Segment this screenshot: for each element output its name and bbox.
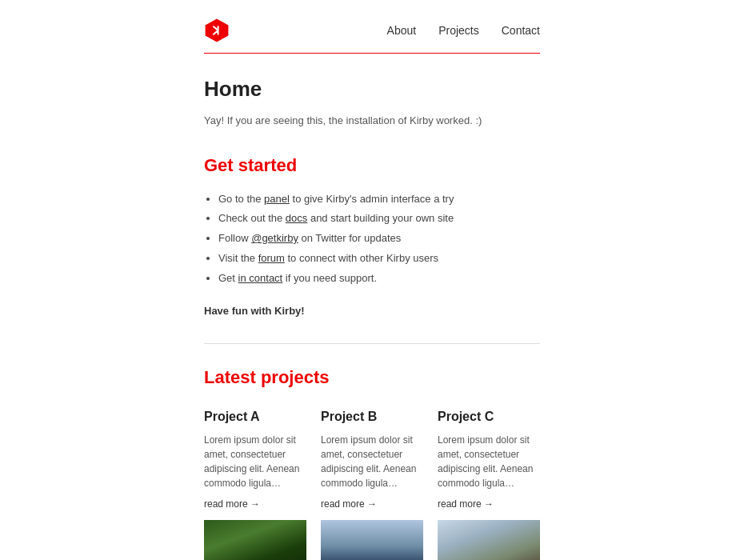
- section-divider: [204, 343, 540, 344]
- contact-link[interactable]: in contact: [238, 272, 283, 284]
- nav-contact[interactable]: Contact: [502, 22, 540, 39]
- nav-projects[interactable]: Projects: [438, 22, 479, 39]
- page-title: Home: [204, 73, 540, 106]
- project-card-c: Project C Lorem ipsum dolor sit amet, co…: [438, 406, 540, 560]
- docs-link[interactable]: docs: [286, 212, 307, 224]
- logo[interactable]: [204, 18, 230, 43]
- get-started-list: Go to the panel to give Kirby's admin in…: [204, 191, 540, 287]
- projects-grid: Project A Lorem ipsum dolor sit amet, co…: [204, 406, 540, 560]
- project-a-name: Project A: [204, 406, 306, 427]
- list-item: Visit the forum to connect with other Ki…: [218, 250, 540, 267]
- main-content: Home Yay! If you are seeing this, the in…: [204, 73, 540, 560]
- project-c-read-more[interactable]: read more →: [438, 497, 494, 512]
- main-nav: About Projects Contact: [387, 22, 540, 39]
- get-started-heading: Get started: [204, 151, 540, 179]
- project-a-image: [204, 520, 306, 560]
- project-a-read-more[interactable]: read more →: [204, 497, 260, 512]
- latest-projects-section: Latest projects Project A Lorem ipsum do…: [204, 363, 540, 560]
- project-a-desc: Lorem ipsum dolor sit amet, consectetuer…: [204, 433, 306, 490]
- get-started-section: Get started Go to the panel to give Kirb…: [204, 151, 540, 319]
- list-item: Go to the panel to give Kirby's admin in…: [218, 191, 540, 208]
- project-c-image: [438, 520, 540, 560]
- forum-link[interactable]: forum: [258, 252, 285, 264]
- panel-link[interactable]: panel: [264, 193, 290, 205]
- twitter-link[interactable]: @getkirby: [251, 232, 298, 244]
- project-b-desc: Lorem ipsum dolor sit amet, consectetuer…: [321, 433, 423, 490]
- project-card-b: Project B Lorem ipsum dolor sit amet, co…: [321, 406, 423, 560]
- list-item: Check out the docs and start building yo…: [218, 210, 540, 227]
- site-header: About Projects Contact: [204, 0, 540, 53]
- list-item: Get in contact if you need support.: [218, 270, 540, 287]
- intro-text: Yay! If you are seeing this, the install…: [204, 113, 540, 130]
- project-b-image: [321, 520, 423, 560]
- project-b-read-more[interactable]: read more →: [321, 497, 377, 512]
- sign-off: Have fun with Kirby!: [204, 303, 540, 320]
- project-c-name: Project C: [438, 406, 540, 427]
- list-item: Follow @getkirby on Twitter for updates: [218, 230, 540, 247]
- header-divider: [204, 53, 540, 54]
- project-card-a: Project A Lorem ipsum dolor sit amet, co…: [204, 406, 306, 560]
- project-c-desc: Lorem ipsum dolor sit amet, consectetuer…: [438, 433, 540, 490]
- latest-projects-heading: Latest projects: [204, 363, 540, 391]
- svg-marker-0: [206, 19, 229, 42]
- project-b-name: Project B: [321, 406, 423, 427]
- nav-about[interactable]: About: [387, 22, 417, 39]
